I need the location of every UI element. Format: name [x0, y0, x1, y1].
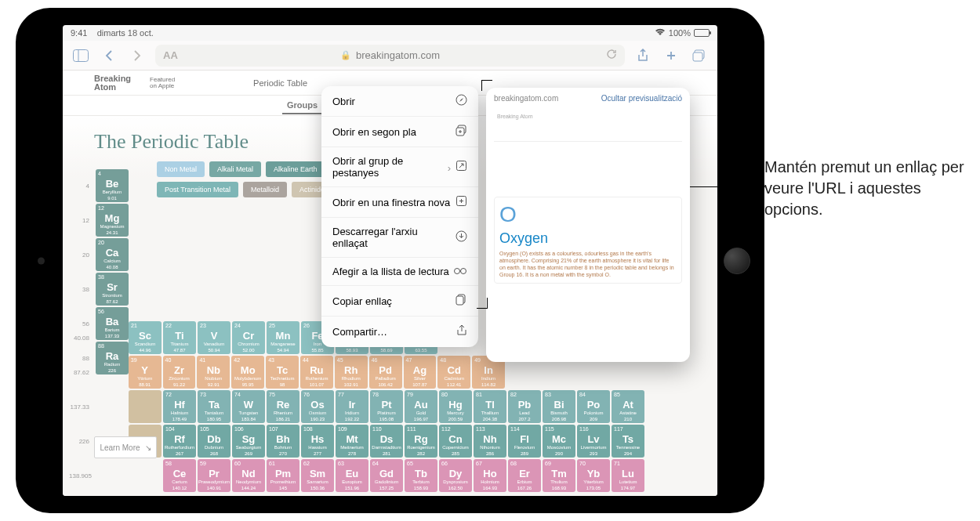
ctx-item-label: Obrir en segon pla: [332, 126, 416, 138]
preview-header: breakingatom.com Ocultar previsualitzaci…: [486, 88, 690, 107]
download-icon: [456, 230, 467, 244]
ctx-item-label: Afegir a la llista de lectura: [332, 266, 449, 277]
ctx-item-label: Descarregar l'arxiu enllaçat: [332, 226, 456, 249]
ctx-item[interactable]: Obrir al grup de pestanyes›: [321, 147, 478, 187]
preview-mini-header: Breaking Atom: [494, 110, 682, 142]
screen: 9:41 dimarts 18 oct. 100%: [63, 25, 717, 496]
new-window-icon: [456, 195, 467, 209]
ctx-item[interactable]: Obrir en segon pla: [321, 117, 478, 147]
bracket-bottom-right: [477, 298, 488, 309]
svg-point-10: [455, 269, 460, 274]
copy-icon: [456, 294, 467, 308]
link-preview-popover[interactable]: breakingatom.com Ocultar previsualitzaci…: [486, 88, 690, 362]
preview-element-symbol: O: [499, 202, 677, 227]
preview-element-name: Oxygen: [499, 230, 677, 247]
ctx-item[interactable]: Obrir: [321, 86, 478, 117]
ctx-item-label: Obrir en una finestra nova: [332, 197, 450, 208]
preview-body: Breaking Atom O Oxygen Oxygen (O) exists…: [486, 107, 690, 362]
ctx-item-label: Obrir al grup de pestanyes: [332, 155, 448, 179]
ctx-item[interactable]: Descarregar l'arxiu enllaçat: [321, 218, 478, 258]
svg-rect-13: [456, 296, 463, 305]
glasses-icon: [453, 266, 467, 277]
home-button[interactable]: [724, 248, 750, 274]
stack-plus-icon: [456, 125, 467, 139]
compass-icon: [456, 94, 467, 108]
hide-preview-button[interactable]: Ocultar previsualització: [601, 94, 682, 103]
preview-element-card: O Oxygen Oxygen (O) exists as a colourle…: [494, 197, 682, 284]
preview-url: breakingatom.com: [494, 94, 558, 103]
open-group-icon: ›: [448, 160, 467, 174]
link-context-menu: ObrirObrir en segon plaObrir al grup de …: [321, 86, 478, 347]
share-icon: [456, 324, 467, 339]
bracket-top-left: [481, 80, 492, 91]
svg-point-11: [461, 269, 466, 274]
ctx-item-label: Copiar enllaç: [332, 295, 392, 307]
ctx-item[interactable]: Obrir en una finestra nova: [321, 187, 478, 218]
preview-element-desc: Oxygen (O) exists as a colourless, odour…: [499, 250, 677, 278]
callout-text: Mantén premut un enllaç per veure l'URL …: [764, 157, 968, 220]
ctx-item-label: Compartir…: [332, 326, 387, 338]
ipad-device-frame: 9:41 dimarts 18 oct. 100%: [16, 8, 764, 513]
ctx-item[interactable]: Afegir a la llista de lectura: [321, 258, 478, 286]
ctx-item[interactable]: Compartir…: [321, 317, 478, 347]
front-camera: [38, 257, 45, 264]
ctx-item-label: Obrir: [332, 96, 355, 107]
ctx-item[interactable]: Copiar enllaç: [321, 286, 478, 317]
